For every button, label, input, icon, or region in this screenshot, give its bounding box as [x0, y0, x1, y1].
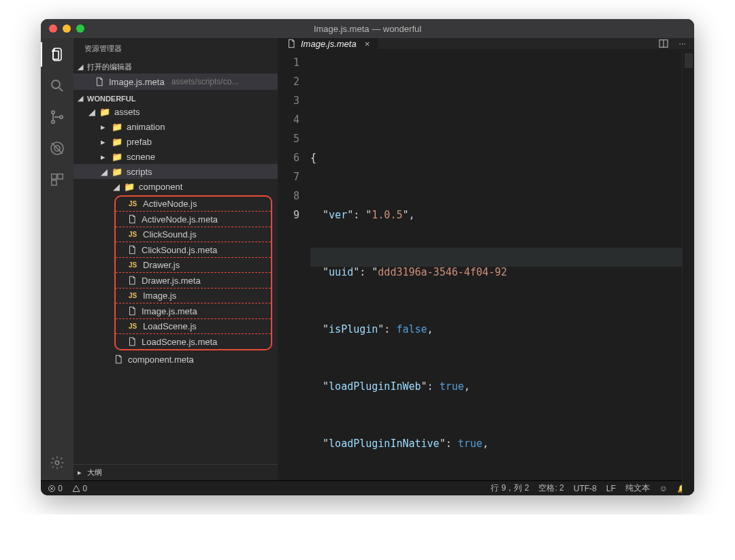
- js-icon: JS: [127, 200, 139, 208]
- svg-point-9: [55, 461, 59, 465]
- file-icon: [127, 306, 137, 316]
- file-icon: [94, 76, 105, 87]
- folder-icon: 📁: [112, 166, 122, 177]
- project-label: WONDERFUL: [87, 95, 136, 103]
- folder-component[interactable]: ◢ 📁 component: [74, 179, 278, 194]
- workbench-body: 资源管理器 ◢ 打开的编辑器 Image.js.meta assets/scri…: [41, 38, 694, 480]
- tab-label: Image.js.meta: [301, 39, 357, 49]
- folder-assets[interactable]: ◢ 📁 assets: [74, 104, 278, 119]
- file-clicksound-meta[interactable]: ClickSound.js.meta: [116, 242, 271, 258]
- file-loadscene-meta[interactable]: LoadScene.js.meta: [116, 334, 271, 349]
- line-gutter: 123456789: [278, 49, 308, 495]
- svg-rect-8: [52, 180, 56, 185]
- minimap[interactable]: [682, 49, 694, 495]
- file-icon: [127, 275, 137, 286]
- window-controls: [49, 24, 84, 33]
- file-icon: [113, 354, 124, 365]
- js-icon: JS: [127, 231, 139, 238]
- tab-image-meta[interactable]: Image.js.meta ×: [278, 38, 378, 49]
- sidebar-title: 资源管理器: [74, 38, 278, 59]
- svg-rect-7: [58, 174, 63, 179]
- open-editor-path: assets/scripts/co...: [172, 77, 239, 86]
- close-icon[interactable]: [49, 24, 57, 33]
- tab-actions: ···: [658, 38, 694, 49]
- code-editor[interactable]: 123456789 { "ver": "1.0.5", "uuid": "ddd…: [278, 49, 694, 495]
- folder-icon: 📁: [112, 136, 122, 147]
- more-actions-icon[interactable]: ···: [679, 38, 686, 49]
- open-editors-header[interactable]: ◢ 打开的编辑器: [74, 61, 278, 73]
- split-editor-icon[interactable]: [658, 38, 669, 49]
- folder-scripts[interactable]: ◢ 📁 scripts: [74, 164, 278, 179]
- explorer-icon[interactable]: [48, 45, 67, 64]
- activity-bar: [41, 38, 74, 480]
- project-section: ◢ WONDERFUL ◢ 📁 assets ▸ 📁 animation: [74, 91, 278, 464]
- js-icon: JS: [127, 292, 139, 299]
- status-errors[interactable]: 0: [48, 484, 63, 493]
- folder-animation[interactable]: ▸ 📁 animation: [74, 119, 278, 134]
- titlebar[interactable]: Image.js.meta — wonderful: [41, 19, 694, 38]
- chevron-right-icon: ▸: [78, 468, 84, 477]
- minimize-icon[interactable]: [63, 24, 71, 33]
- file-activenode-js[interactable]: JSActiveNode.js: [116, 197, 271, 212]
- chevron-right-icon: ▸: [101, 122, 108, 132]
- chevron-right-icon: ▸: [101, 152, 108, 162]
- open-editor-item[interactable]: Image.js.meta assets/scripts/co...: [74, 73, 278, 90]
- source-control-icon[interactable]: [48, 108, 67, 127]
- file-loadscene-js[interactable]: JSLoadScene.js: [116, 319, 271, 334]
- folder-icon: 📁: [112, 151, 122, 162]
- file-activenode-meta[interactable]: ActiveNode.js.meta: [116, 212, 271, 227]
- file-image-js[interactable]: JSImage.js: [116, 289, 271, 303]
- debug-icon[interactable]: [48, 139, 67, 158]
- chevron-down-icon: ◢: [78, 63, 84, 71]
- highlighted-files: JSActiveNode.js ActiveNode.js.meta JSCli…: [114, 195, 272, 350]
- status-warnings[interactable]: 0: [72, 484, 87, 493]
- svg-point-3: [60, 116, 63, 118]
- folder-scnene[interactable]: ▸ 📁 scnene: [74, 149, 278, 164]
- search-icon[interactable]: [48, 76, 67, 95]
- file-drawer-js[interactable]: JSDrawer.js: [116, 258, 271, 273]
- file-component-meta[interactable]: component.meta: [74, 352, 278, 367]
- file-icon: [127, 244, 137, 255]
- chevron-right-icon: ▸: [101, 137, 108, 147]
- file-icon: [127, 214, 137, 225]
- extensions-icon[interactable]: [48, 170, 67, 189]
- js-icon: JS: [127, 261, 139, 269]
- svg-point-2: [52, 120, 54, 123]
- folder-icon: 📁: [124, 181, 135, 192]
- code-content[interactable]: { "ver": "1.0.5", "uuid": "ddd3196a-3546…: [308, 49, 682, 495]
- editor-group: Image.js.meta × ··· 123456789 { "ver": "…: [278, 38, 694, 480]
- file-icon: [286, 38, 297, 49]
- file-icon: [127, 336, 137, 347]
- file-image-meta[interactable]: Image.js.meta: [116, 303, 271, 319]
- open-editors-section: ◢ 打开的编辑器 Image.js.meta assets/scripts/co…: [74, 59, 278, 91]
- chevron-down-icon: ◢: [113, 182, 120, 192]
- maximize-icon[interactable]: [76, 24, 84, 33]
- open-editors-label: 打开的编辑器: [87, 62, 132, 72]
- outline-label: 大纲: [87, 467, 102, 478]
- chevron-down-icon: ◢: [101, 167, 108, 177]
- file-drawer-meta[interactable]: Drawer.js.meta: [116, 273, 271, 289]
- close-icon[interactable]: ×: [365, 39, 370, 49]
- chevron-down-icon: ◢: [78, 94, 84, 103]
- svg-point-0: [52, 80, 60, 88]
- folder-prefab[interactable]: ▸ 📁 prefab: [74, 134, 278, 149]
- js-icon: JS: [127, 323, 139, 330]
- chevron-down-icon: ◢: [88, 107, 95, 117]
- editor-tabs: Image.js.meta × ···: [278, 38, 694, 49]
- open-editor-filename: Image.js.meta: [109, 77, 165, 87]
- file-clicksound-js[interactable]: JSClickSound.js: [116, 227, 271, 242]
- explorer-sidebar: 资源管理器 ◢ 打开的编辑器 Image.js.meta assets/scri…: [74, 38, 278, 480]
- folder-icon: 📁: [112, 121, 122, 132]
- folder-icon: 📁: [99, 106, 110, 117]
- file-tree: ◢ 📁 assets ▸ 📁 animation ▸ 📁 prefab: [74, 104, 278, 374]
- editor-window: Image.js.meta — wonderful: [41, 19, 694, 495]
- svg-point-1: [52, 111, 54, 114]
- project-header[interactable]: ◢ WONDERFUL: [74, 93, 278, 104]
- outline-header[interactable]: ▸ 大纲: [74, 464, 278, 480]
- window-title: Image.js.meta — wonderful: [41, 24, 694, 34]
- svg-rect-6: [52, 174, 56, 179]
- settings-gear-icon[interactable]: [48, 453, 67, 472]
